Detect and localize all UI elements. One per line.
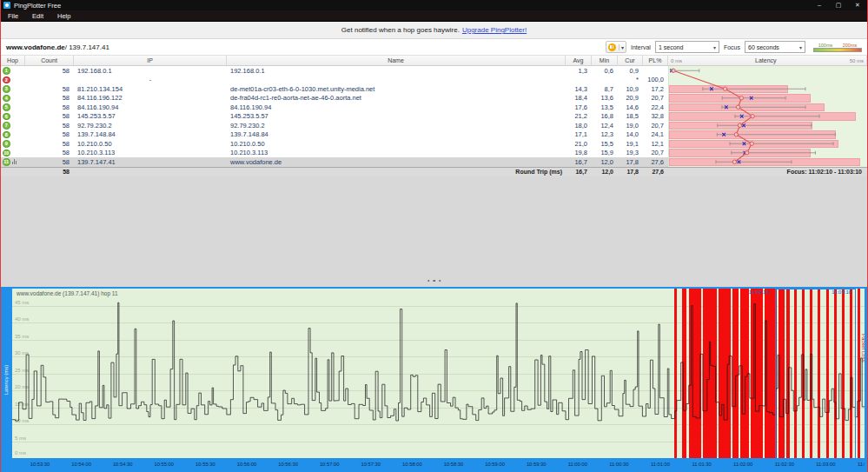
avg-cell: 16,7 (566, 158, 592, 166)
ip-cell: - (74, 76, 227, 83)
header-pl[interactable]: PL% (643, 56, 668, 65)
header-cur[interactable]: Cur (618, 56, 643, 65)
min-cell: 15,5 (592, 140, 618, 148)
avg-cell: 21,0 (566, 140, 592, 148)
count-cell: 58 (25, 112, 74, 120)
hop-number-cell: 9 (1, 140, 25, 148)
latency-scale-min: 0 ms (671, 58, 682, 63)
hop-table-body: 158192.168.0.1192.168.0.11,30,60,92-*100… (1, 66, 867, 167)
table-row[interactable]: 858139.7.148.84139.7.148.8417,112,314,02… (1, 130, 867, 140)
focus-select[interactable]: 60 seconds▾ (745, 41, 805, 53)
name-cell: 92.79.230.2 (227, 122, 566, 130)
name-cell: 139.7.148.84 (227, 130, 566, 138)
pl-cell: 32,8 (643, 112, 668, 120)
menu-help[interactable]: Help (50, 12, 77, 20)
latency-mini-graph (668, 112, 867, 122)
round-trip-count: 58 (25, 169, 74, 175)
header-min[interactable]: Min (592, 56, 618, 65)
chevron-down-icon: ▾ (713, 44, 716, 50)
close-button[interactable]: ✕ (848, 2, 867, 9)
table-row[interactable]: 55884.116.190.9484.116.190.9417,613,514,… (1, 103, 867, 112)
hop-number-cell: 1 (1, 67, 25, 75)
name-cell: 10.210.3.113 (227, 149, 566, 156)
packet-loss-bar (669, 85, 788, 94)
count-cell: 58 (25, 158, 74, 166)
minimize-button[interactable]: – (810, 2, 829, 9)
time-axis-label: 10:55:30 (195, 462, 215, 467)
hop-number-cell: 7 (1, 122, 25, 130)
min-cell: 13,5 (592, 103, 618, 111)
time-axis-label: 10:58:00 (402, 462, 422, 467)
count-cell: 58 (25, 149, 74, 156)
latency-axis-label: Latency (ms) (4, 364, 10, 395)
cur-cell: 14,6 (618, 103, 643, 111)
avg-cell: 17,6 (566, 103, 592, 111)
pl-cell: 100,0 (643, 76, 668, 83)
round-trip-pl: 27,6 (643, 169, 668, 175)
window-title: PingPlotter Free (14, 2, 61, 10)
avg-cell: 19,8 (566, 149, 592, 156)
pl-cell: 12,1 (643, 140, 668, 148)
cur-cell: 19,0 (618, 122, 643, 130)
time-axis-label: 11:02:00 (733, 462, 752, 467)
table-row[interactable]: 45884.116.196.122de-fra04d-rc1-re0-aorta… (1, 94, 867, 103)
time-axis-label: 10:58:30 (444, 462, 464, 467)
focus-start-label: 11:02:10 (749, 289, 769, 295)
focus-label: Focus (724, 44, 740, 50)
round-trip-label: Round Trip (ms) (227, 169, 566, 175)
avg-cell: 1,3 (566, 67, 592, 75)
hop-status-badge: 10 (3, 150, 10, 157)
interval-select[interactable]: 1 second▾ (655, 41, 719, 53)
hop-status-badge: 7 (3, 122, 10, 130)
pl-cell: 17,2 (643, 85, 668, 93)
time-axis-label: 10:53:30 (30, 462, 50, 467)
ip-cell: 84.116.190.94 (74, 103, 227, 111)
menu-edit[interactable]: Edit (25, 12, 50, 20)
pl-cell: 20,7 (643, 122, 668, 130)
avg-cell: 17,1 (566, 130, 592, 138)
round-trip-avg: 16,7 (566, 169, 592, 175)
table-row[interactable]: 1158139.7.147.41www.vodafone.de16,712,01… (1, 157, 867, 167)
latency-color-legend: 100ms 200ms (813, 43, 862, 52)
packet-loss-bar (669, 130, 836, 139)
chevron-down-icon[interactable]: ▾ (619, 44, 624, 50)
pane-splitter-handle[interactable] (427, 280, 441, 283)
round-trip-min: 12,0 (592, 169, 618, 175)
min-cell: 12,4 (592, 122, 618, 130)
table-row[interactable]: 75892.79.230.292.79.230.218,012,419,020,… (1, 121, 867, 130)
count-cell: 58 (25, 103, 74, 111)
packet-loss-bar (669, 140, 838, 149)
name-cell: 145.253.5.57 (227, 112, 566, 120)
hop-status-badge: 8 (3, 131, 10, 139)
maximize-button[interactable]: ▢ (829, 2, 848, 9)
header-count[interactable]: Count (25, 56, 74, 65)
time-graph-pane[interactable]: Latency (ms) www.vodafone.de (139.7.147.… (1, 287, 867, 472)
upgrade-link[interactable]: Upgrade PingPlotter! (462, 26, 527, 34)
menu-file[interactable]: File (1, 12, 25, 20)
header-hop[interactable]: Hop (1, 56, 25, 65)
table-row[interactable]: 105810.210.3.11310.210.3.11319,815,919,3… (1, 149, 867, 158)
header-name[interactable]: Name (227, 56, 566, 65)
packet-loss-bar (669, 158, 860, 167)
header-ip[interactable]: IP (74, 56, 227, 65)
latency-mini-graph (668, 121, 867, 130)
table-row[interactable]: 35881.210.134.154de-met01a-cr03-eth-6-0-… (1, 84, 867, 94)
time-axis-label: 11:02:30 (775, 462, 794, 467)
upgrade-notice-text: Get notified when a hop goes haywire. (341, 26, 460, 34)
table-row[interactable]: 158192.168.0.1192.168.0.11,30,60,9 (1, 66, 867, 76)
header-avg[interactable]: Avg (566, 56, 592, 65)
hop-status-badge: 3 (3, 85, 10, 93)
header-latency[interactable]: 0 ms Latency 50 ms (668, 56, 867, 65)
table-row[interactable]: 95810.210.0.5010.210.0.5021,015,519,112,… (1, 139, 867, 149)
hop-status-badge: 9 (3, 140, 10, 148)
table-row[interactable]: 658145.253.5.57145.253.5.5721,216,818,53… (1, 112, 867, 122)
time-graph-plot[interactable]: www.vodafone.de (139.7.147.41) hop 11 Pa… (12, 289, 865, 458)
hop-number-cell: 2 (1, 76, 25, 84)
latency-mini-graph (668, 94, 867, 103)
pl-cell: 27,6 (643, 158, 668, 166)
min-cell: 8,7 (592, 85, 618, 93)
pause-button[interactable]: ▾ (606, 41, 626, 53)
min-cell: 0,6 (592, 67, 618, 75)
table-row[interactable]: 2-*100,0 (1, 76, 867, 85)
focus-period-box[interactable] (775, 289, 856, 458)
